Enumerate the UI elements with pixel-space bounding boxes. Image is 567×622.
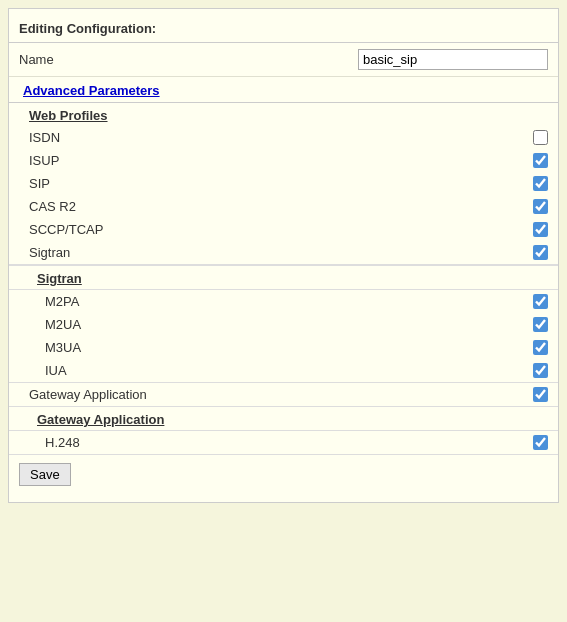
param-row-sip: SIP: [9, 172, 558, 195]
label-sigtran-main: Sigtran: [29, 245, 533, 260]
name-input[interactable]: [358, 49, 548, 70]
checkbox-isup[interactable]: [533, 153, 548, 168]
checkbox-isdn[interactable]: [533, 130, 548, 145]
checkbox-gateway-app[interactable]: [533, 387, 548, 402]
checkbox-sigtran-main[interactable]: [533, 245, 548, 260]
label-sip: SIP: [29, 176, 533, 191]
param-row-isup: ISUP: [9, 149, 558, 172]
save-button[interactable]: Save: [19, 463, 71, 486]
label-isdn: ISDN: [29, 130, 533, 145]
main-container: Editing Configuration: Name Advanced Par…: [8, 8, 559, 503]
label-m2pa: M2PA: [45, 294, 533, 309]
param-row-sccp-tcap: SCCP/TCAP: [9, 218, 558, 241]
checkbox-h248[interactable]: [533, 435, 548, 450]
name-row: Name: [9, 43, 558, 77]
gateway-app-sub-header: Gateway Application: [9, 406, 558, 431]
checkbox-cas-r2[interactable]: [533, 199, 548, 214]
sigtran-section: Sigtran M2PA M2UA M3UA IUA: [9, 265, 558, 383]
checkbox-sccp-tcap[interactable]: [533, 222, 548, 237]
param-row-m3ua: M3UA: [9, 336, 558, 359]
checkbox-m2pa[interactable]: [533, 294, 548, 309]
label-cas-r2: CAS R2: [29, 199, 533, 214]
param-row-sigtran-main: Sigtran: [9, 241, 558, 264]
param-row-m2pa: M2PA: [9, 290, 558, 313]
advanced-params-link[interactable]: Advanced Parameters: [9, 77, 558, 103]
web-profiles-header: Web Profiles: [9, 103, 558, 126]
web-profiles-section: Web Profiles ISDN ISUP SIP CAS R2 SCCP/T…: [9, 103, 558, 265]
sigtran-header: Sigtran: [9, 266, 558, 290]
param-row-gateway-app: Gateway Application: [9, 383, 558, 406]
editing-config-header: Editing Configuration:: [9, 17, 558, 43]
label-gateway-app: Gateway Application: [29, 387, 533, 402]
save-area: Save: [9, 455, 558, 494]
param-row-cas-r2: CAS R2: [9, 195, 558, 218]
checkbox-iua[interactable]: [533, 363, 548, 378]
name-label: Name: [19, 52, 99, 67]
gateway-app-section: Gateway Application Gateway Application …: [9, 383, 558, 455]
label-h248: H.248: [45, 435, 533, 450]
param-row-h248: H.248: [9, 431, 558, 454]
checkbox-m3ua[interactable]: [533, 340, 548, 355]
label-sccp-tcap: SCCP/TCAP: [29, 222, 533, 237]
checkbox-sip[interactable]: [533, 176, 548, 191]
param-row-iua: IUA: [9, 359, 558, 382]
editing-config-label: Editing Configuration:: [19, 21, 156, 36]
label-m3ua: M3UA: [45, 340, 533, 355]
label-iua: IUA: [45, 363, 533, 378]
param-row-isdn: ISDN: [9, 126, 558, 149]
checkbox-m2ua[interactable]: [533, 317, 548, 332]
param-row-m2ua: M2UA: [9, 313, 558, 336]
label-m2ua: M2UA: [45, 317, 533, 332]
label-isup: ISUP: [29, 153, 533, 168]
